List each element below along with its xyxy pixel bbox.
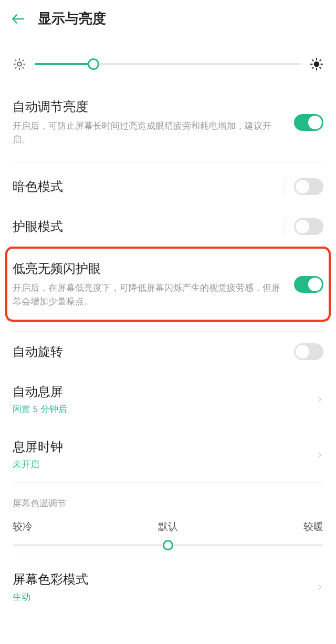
auto-brightness-title: 自动调节亮度 [13, 98, 288, 115]
eye-protect-row[interactable]: 护眼模式 [13, 207, 323, 247]
auto-brightness-toggle[interactable] [294, 114, 323, 131]
divider [284, 178, 285, 195]
chevron-right-icon [316, 581, 323, 594]
svg-line-9 [23, 60, 24, 61]
svg-point-1 [17, 62, 22, 66]
color-mode-value: 生动 [13, 591, 310, 603]
svg-point-10 [314, 62, 319, 67]
brightness-slider-row [13, 36, 323, 87]
brightness-slider[interactable] [35, 63, 301, 65]
chevron-right-icon [316, 448, 323, 461]
auto-sleep-row[interactable]: 自动息屏 闲置 5 分钟后 [13, 372, 323, 427]
svg-line-6 [15, 60, 16, 61]
svg-line-18 [320, 59, 321, 61]
eye-protect-title: 护眼模式 [13, 218, 268, 235]
color-temp-thumb[interactable] [163, 540, 173, 550]
dc-dimming-desc: 开启后，在屏幕低亮度下，可降低屏幕闪烁产生的视觉疲劳感，但屏幕会增加少量噪点。 [13, 281, 288, 308]
aod-value: 未开启 [13, 458, 310, 471]
svg-line-15 [312, 59, 313, 61]
dark-mode-title: 暗色模式 [13, 178, 268, 195]
auto-brightness-desc: 开启后，可防止屏幕长时间过亮造成眼睛疲劳和耗电增加，建议开启。 [13, 119, 288, 146]
highlight-box: 低亮无频闪护眼 开启后，在屏幕低亮度下，可降低屏幕闪烁产生的视觉疲劳感，但屏幕会… [5, 247, 331, 322]
auto-rotate-title: 自动旋转 [13, 343, 288, 360]
divider [284, 218, 285, 235]
sun-low-icon [13, 57, 26, 71]
dc-dimming-toggle[interactable] [294, 276, 323, 293]
auto-sleep-title: 自动息屏 [13, 383, 310, 400]
sun-high-icon [310, 57, 323, 71]
aod-title: 息屏时钟 [13, 438, 310, 455]
color-mode-title: 屏幕色彩模式 [13, 571, 310, 588]
dc-dimming-row: 低亮无频闪护眼 开启后，在屏幕低亮度下，可降低屏幕闪烁产生的视觉疲劳感，但屏幕会… [13, 249, 323, 320]
svg-line-8 [15, 67, 16, 68]
brightness-slider-fill [35, 63, 93, 65]
aod-row[interactable]: 息屏时钟 未开启 [13, 427, 323, 482]
back-button[interactable] [10, 12, 25, 26]
auto-rotate-row: 自动旋转 [13, 332, 323, 372]
dark-mode-row[interactable]: 暗色模式 [13, 167, 323, 207]
brightness-slider-thumb[interactable] [88, 58, 99, 70]
color-temp-slider[interactable] [13, 539, 323, 551]
svg-line-7 [23, 67, 24, 68]
svg-line-17 [312, 67, 313, 69]
color-temp-section-label: 屏幕色温调节 [13, 483, 323, 520]
color-temp-cold: 较冷 [13, 520, 33, 534]
auto-rotate-toggle[interactable] [294, 343, 323, 360]
page-title: 显示与亮度 [38, 9, 106, 28]
color-mode-row[interactable]: 屏幕色彩模式 生动 [13, 559, 323, 605]
color-temp-warm: 较暖 [303, 520, 323, 534]
dc-dimming-title: 低亮无频闪护眼 [13, 260, 288, 277]
color-temp-default: 默认 [158, 520, 178, 534]
svg-line-16 [320, 67, 321, 69]
dark-mode-toggle[interactable] [294, 178, 323, 195]
chevron-right-icon [316, 393, 323, 406]
auto-brightness-row: 自动调节亮度 开启后，可防止屏幕长时间过亮造成眼睛疲劳和耗电增加，建议开启。 [13, 87, 323, 158]
color-temp-labels: 较冷 默认 较暖 [13, 520, 323, 539]
eye-protect-toggle[interactable] [294, 218, 323, 235]
auto-sleep-value: 闲置 5 分钟后 [13, 403, 310, 415]
